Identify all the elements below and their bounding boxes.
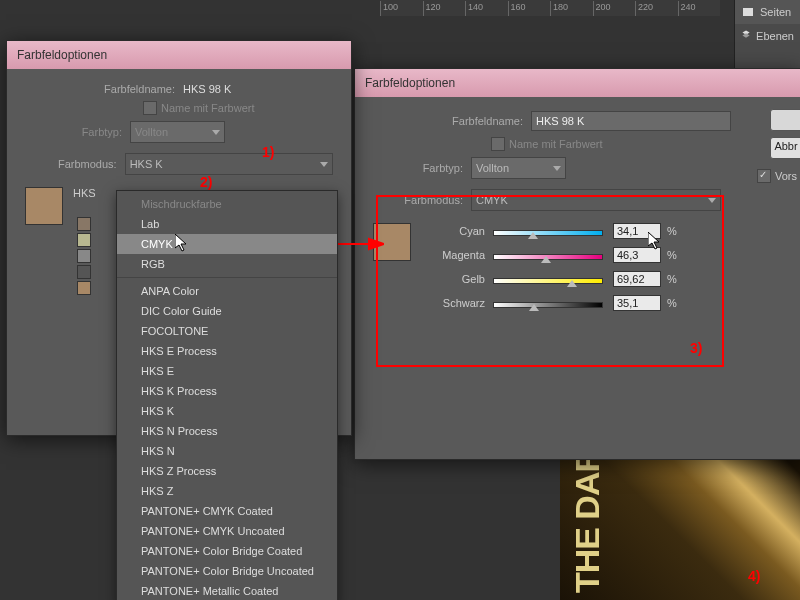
magenta-slider-row: Magenta 46,3 % <box>425 247 783 263</box>
dropdown-item-hks-z-process[interactable]: HKS Z Process <box>117 461 337 481</box>
horizontal-ruler: 100120140160180200220240 <box>380 0 720 16</box>
pages-label: Seiten <box>760 6 791 18</box>
color-type-label: Farbtyp: <box>373 162 463 174</box>
dropdown-item-lab[interactable]: Lab <box>117 214 337 234</box>
dropdown-item-pantone-cb-u[interactable]: PANTONE+ Color Bridge Uncoated <box>117 561 337 581</box>
annotation-2: 2) <box>200 174 212 190</box>
color-mode-select[interactable]: HKS K <box>125 153 333 175</box>
chevron-down-icon <box>708 198 716 203</box>
percent-label: % <box>667 297 677 309</box>
swatch-options-dialog-2: Farbfeldoptionen Farbfeldname: Name mit … <box>354 68 800 460</box>
dropdown-item-mixed-ink: Mischdruckfarbe <box>117 194 337 214</box>
color-mode-label: Farbmodus: <box>373 194 463 206</box>
magenta-slider[interactable] <box>493 252 603 258</box>
percent-label: % <box>667 249 677 261</box>
dropdown-item-focoltone[interactable]: FOCOLTONE <box>117 321 337 341</box>
name-with-color-label: Name mit Farbwert <box>161 102 255 114</box>
layers-panel-tab[interactable]: Ebenen <box>735 24 800 48</box>
color-type-select[interactable]: Vollton <box>471 157 566 179</box>
ok-button[interactable] <box>770 109 800 131</box>
svg-marker-3 <box>742 33 749 37</box>
annotation-3: 3) <box>690 340 702 356</box>
cyan-value[interactable]: 34,1 <box>613 223 661 239</box>
preview-label: Vors <box>775 170 797 182</box>
chevron-down-icon <box>553 166 561 171</box>
magenta-value[interactable]: 46,3 <box>613 247 661 263</box>
swatch-name-value: HKS 98 K <box>183 83 231 95</box>
black-label: Schwarz <box>425 297 485 309</box>
color-mode-label: Farbmodus: <box>25 158 117 170</box>
dropdown-item-rgb[interactable]: RGB <box>117 254 337 274</box>
chevron-down-icon <box>212 130 220 135</box>
cyan-label: Cyan <box>425 225 485 237</box>
name-with-color-checkbox[interactable] <box>491 137 505 151</box>
swatch-name-input[interactable] <box>531 111 731 131</box>
layers-label: Ebenen <box>756 30 794 42</box>
color-preview-swatch <box>25 187 63 225</box>
dropdown-item-hks-k-process[interactable]: HKS K Process <box>117 381 337 401</box>
swatch-item[interactable] <box>77 233 91 247</box>
black-slider[interactable] <box>493 300 603 306</box>
yellow-label: Gelb <box>425 273 485 285</box>
dropdown-item-pantone-met-c[interactable]: PANTONE+ Metallic Coated <box>117 581 337 600</box>
dropdown-item-dic[interactable]: DIC Color Guide <box>117 301 337 321</box>
svg-marker-5 <box>369 239 384 249</box>
dropdown-item-anpa[interactable]: ANPA Color <box>117 281 337 301</box>
swatch-item[interactable] <box>77 281 91 295</box>
swatch-name-label: Farbfeldname: <box>373 115 523 127</box>
svg-rect-1 <box>748 8 753 16</box>
cancel-button[interactable]: Abbr <box>770 137 800 159</box>
preview-checkbox[interactable] <box>757 169 771 183</box>
black-slider-row: Schwarz 35,1 % <box>425 295 783 311</box>
annotation-1: 1) <box>262 144 274 160</box>
preview-checkbox-row: Vors <box>757 169 797 183</box>
color-type-label: Farbtyp: <box>25 126 122 138</box>
color-type-select[interactable]: Vollton <box>130 121 225 143</box>
dropdown-item-cmyk[interactable]: CMYK <box>117 234 337 254</box>
cyan-slider[interactable] <box>493 228 603 234</box>
svg-rect-0 <box>743 8 748 16</box>
swatch-item[interactable] <box>77 265 91 279</box>
dropdown-item-hks-n-process[interactable]: HKS N Process <box>117 421 337 441</box>
percent-label: % <box>667 273 677 285</box>
dialog-title[interactable]: Farbfeldoptionen <box>7 41 351 69</box>
pages-panel-tab[interactable]: Seiten <box>735 0 800 24</box>
chevron-down-icon <box>320 162 328 167</box>
yellow-slider[interactable] <box>493 276 603 282</box>
dropdown-item-pantone-cmyk-c[interactable]: PANTONE+ CMYK Coated <box>117 501 337 521</box>
dropdown-item-hks-n[interactable]: HKS N <box>117 441 337 461</box>
yellow-slider-row: Gelb 69,62 % <box>425 271 783 287</box>
annotation-4: 4) <box>748 568 760 584</box>
dropdown-item-hks-k[interactable]: HKS K <box>117 401 337 421</box>
black-value[interactable]: 35,1 <box>613 295 661 311</box>
layers-icon <box>741 29 751 43</box>
percent-label: % <box>667 225 677 237</box>
document-text: I THE DAR <box>568 449 607 600</box>
pages-icon <box>741 5 755 19</box>
swatch-item[interactable] <box>77 217 91 231</box>
color-mode-dropdown[interactable]: Mischdruckfarbe Lab CMYK RGB ANPA Color … <box>116 190 338 600</box>
dropdown-item-hks-z[interactable]: HKS Z <box>117 481 337 501</box>
color-mode-select[interactable]: CMYK <box>471 189 721 211</box>
dropdown-separator <box>117 277 337 278</box>
name-with-color-label: Name mit Farbwert <box>509 138 603 150</box>
dropdown-item-hks-e[interactable]: HKS E <box>117 361 337 381</box>
dialog-title[interactable]: Farbfeldoptionen <box>355 69 800 97</box>
swatch-item[interactable] <box>77 249 91 263</box>
dropdown-item-pantone-cb-c[interactable]: PANTONE+ Color Bridge Coated <box>117 541 337 561</box>
dropdown-item-pantone-cmyk-u[interactable]: PANTONE+ CMYK Uncoated <box>117 521 337 541</box>
cyan-slider-row: Cyan 34,1 % <box>425 223 783 239</box>
dropdown-item-hks-e-process[interactable]: HKS E Process <box>117 341 337 361</box>
swatch-name-label: Farbfeldname: <box>25 83 175 95</box>
yellow-value[interactable]: 69,62 <box>613 271 661 287</box>
name-with-color-checkbox[interactable] <box>143 101 157 115</box>
magenta-label: Magenta <box>425 249 485 261</box>
